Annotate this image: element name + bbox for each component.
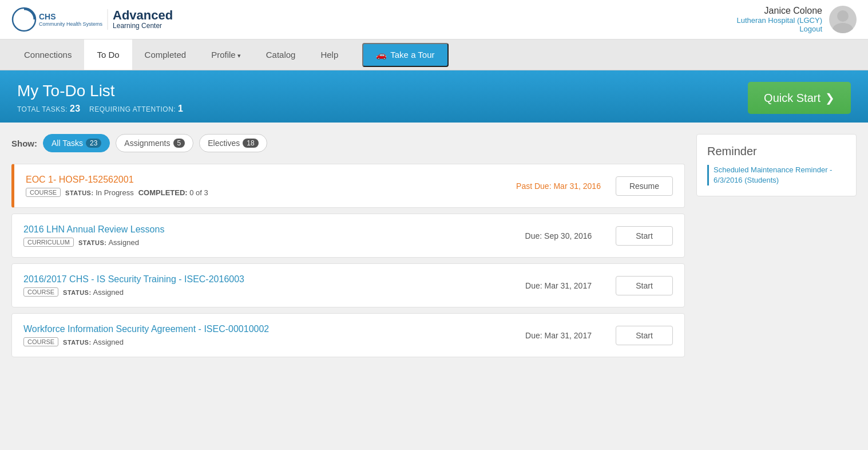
user-name: Janice Colone — [736, 6, 822, 16]
logout-link[interactable]: Logout — [736, 25, 822, 33]
quick-start-label: Quick Start — [764, 92, 821, 105]
task-right: Due: Mar 31, 2017 Start — [513, 276, 673, 295]
requiring-attention-label: REQUIRING ATTENTION: — [89, 105, 176, 113]
task-title[interactable]: EOC 1- HOSP-152562001 — [26, 175, 208, 185]
task-item: 2016/2017 CHS - IS Security Training - I… — [11, 263, 685, 307]
user-area: Janice Colone Lutheran Hospital (LGCY) L… — [736, 6, 857, 33]
user-info: Janice Colone Lutheran Hospital (LGCY) L… — [736, 6, 822, 33]
alc-block: Advanced Learning Center — [107, 9, 173, 30]
filter-show-label: Show: — [11, 139, 37, 148]
task-right: Due: Sep 30, 2016 Start — [513, 226, 673, 246]
task-meta: CURRICULUM STATUS: Assigned — [23, 238, 164, 247]
task-status: STATUS: Assigned — [78, 238, 139, 247]
svg-point-2 — [833, 23, 853, 33]
task-start-button[interactable]: Start — [616, 326, 673, 345]
task-due: Due: Mar 31, 2017 — [513, 331, 604, 340]
filter-electives-count: 18 — [243, 139, 258, 148]
task-meta: COURSE STATUS: Assigned — [23, 337, 269, 346]
nav-connections[interactable]: Connections — [11, 40, 84, 70]
filter-electives[interactable]: Electives 18 — [199, 134, 267, 152]
task-right: Past Due: Mar 31, 2016 Resume — [513, 176, 673, 196]
task-type-badge: CURRICULUM — [23, 238, 74, 247]
logo-area: CHS Community Health Systems Advanced Le… — [11, 7, 173, 32]
task-left: 2016 LHN Annual Review Lessons CURRICULU… — [23, 224, 164, 247]
task-start-button[interactable]: Start — [616, 276, 673, 295]
sidebar: Reminder Scheduled Maintenance Reminder … — [696, 134, 857, 363]
banner: My To-Do List TOTAL TASKS: 23 REQUIRING … — [0, 70, 868, 123]
header: CHS Community Health Systems Advanced Le… — [0, 0, 868, 40]
total-tasks-label: TOTAL TASKS: — [17, 105, 68, 113]
task-left: 2016/2017 CHS - IS Security Training - I… — [23, 274, 244, 297]
task-status: STATUS: Assigned — [63, 338, 124, 346]
reminder-box: Reminder Scheduled Maintenance Reminder … — [696, 134, 857, 196]
take-a-tour-button[interactable]: 🚗 Take a Tour — [362, 43, 448, 67]
task-title[interactable]: 2016/2017 CHS - IS Security Training - I… — [23, 274, 244, 285]
car-icon: 🚗 — [376, 50, 387, 60]
avatar — [829, 6, 857, 33]
main-content: Show: All Tasks 23 Assignments 5 Electiv… — [0, 123, 868, 374]
nav-todo[interactable]: To Do — [84, 40, 132, 70]
task-resume-button[interactable]: Resume — [616, 176, 673, 196]
filter-all-tasks-count: 23 — [86, 139, 101, 148]
total-tasks-count: 23 — [70, 104, 81, 113]
chs-full-name: Community Health Systems — [39, 21, 102, 27]
main-nav: Connections To Do Completed Profile Cata… — [0, 40, 868, 70]
task-item: EOC 1- HOSP-152562001 COURSE STATUS: In … — [11, 164, 685, 208]
task-left: Workforce Information Security Agreement… — [23, 324, 269, 346]
svg-point-0 — [13, 8, 35, 31]
user-org-link[interactable]: Lutheran Hospital (LGCY) — [736, 16, 822, 25]
task-due: Due: Mar 31, 2017 — [513, 281, 604, 290]
chs-text: CHS Community Health Systems — [39, 12, 102, 27]
svg-point-1 — [837, 10, 849, 22]
filter-assignments-label: Assignments — [124, 139, 170, 148]
avatar-icon — [829, 6, 857, 33]
banner-stats: TOTAL TASKS: 23 REQUIRING ATTENTION: 1 — [17, 104, 183, 114]
tour-label: Take a Tour — [390, 50, 434, 60]
task-type-badge: COURSE — [23, 337, 58, 346]
task-completed: COMPLETED: 0 of 3 — [138, 188, 208, 197]
nav-completed[interactable]: Completed — [132, 40, 199, 70]
reminder-link[interactable]: Scheduled Maintenance Reminder - 6/3/201… — [707, 165, 846, 185]
task-right: Due: Mar 31, 2017 Start — [513, 326, 673, 345]
filter-bar: Show: All Tasks 23 Assignments 5 Electiv… — [11, 134, 685, 152]
nav-catalog[interactable]: Catalog — [253, 40, 308, 70]
banner-left: My To-Do List TOTAL TASKS: 23 REQUIRING … — [17, 82, 183, 114]
task-title[interactable]: Workforce Information Security Agreement… — [23, 324, 269, 334]
task-meta: COURSE STATUS: Assigned — [23, 287, 244, 297]
filter-assignments-count: 5 — [173, 139, 185, 148]
task-due: Due: Sep 30, 2016 — [513, 231, 604, 240]
filter-assignments[interactable]: Assignments 5 — [116, 134, 193, 152]
task-start-button[interactable]: Start — [616, 226, 673, 246]
banner-title: My To-Do List — [17, 82, 183, 100]
chevron-right-icon: ❯ — [825, 91, 835, 105]
alc-sub: Learning Center — [113, 22, 173, 30]
nav-help[interactable]: Help — [308, 40, 351, 70]
reminder-title: Reminder — [707, 145, 846, 158]
task-item: Workforce Information Security Agreement… — [11, 313, 685, 357]
filter-electives-label: Electives — [208, 139, 240, 148]
task-status: STATUS: Assigned — [63, 288, 124, 297]
task-left: EOC 1- HOSP-152562001 COURSE STATUS: In … — [26, 175, 208, 197]
nav-profile[interactable]: Profile — [199, 40, 253, 70]
content-left: Show: All Tasks 23 Assignments 5 Electiv… — [11, 134, 685, 363]
task-due: Past Due: Mar 31, 2016 — [513, 181, 604, 191]
filter-all-tasks-label: All Tasks — [51, 139, 83, 148]
chs-abbrev: CHS — [39, 12, 56, 21]
task-meta: COURSE STATUS: In Progress COMPLETED: 0 … — [26, 188, 208, 197]
task-status: STATUS: In Progress — [65, 188, 134, 197]
task-type-badge: COURSE — [23, 287, 58, 297]
task-type-badge: COURSE — [26, 188, 61, 197]
task-item: 2016 LHN Annual Review Lessons CURRICULU… — [11, 214, 685, 258]
alc-advanced: Advanced — [113, 9, 173, 22]
quick-start-button[interactable]: Quick Start ❯ — [748, 82, 851, 114]
chs-circle-icon — [11, 7, 37, 32]
requiring-attention-count: 1 — [178, 104, 183, 113]
filter-all-tasks[interactable]: All Tasks 23 — [43, 134, 110, 152]
task-title[interactable]: 2016 LHN Annual Review Lessons — [23, 224, 164, 235]
